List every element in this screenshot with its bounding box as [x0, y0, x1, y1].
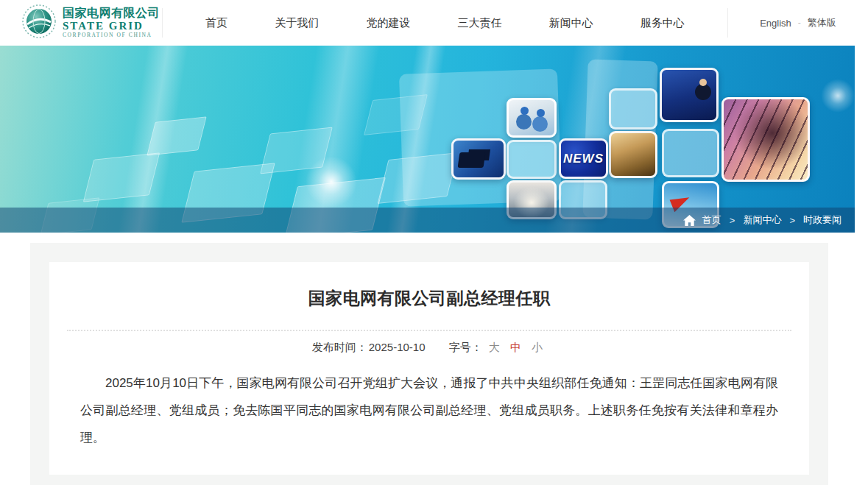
font-size-control: 字号： 大 中 小: [449, 341, 547, 353]
article-body: 2025年10月10日下午，国家电网有限公司召开党组扩大会议，通报了中共中央组织…: [80, 369, 778, 451]
font-size-large-button[interactable]: 大: [489, 341, 500, 353]
nav-item-home[interactable]: 首页: [205, 16, 227, 30]
breadcrumb-current-page[interactable]: 时政要闻: [803, 213, 841, 227]
banner-cube: [83, 152, 160, 202]
article-meta: 发布时间：2025-10-10 字号： 大 中 小: [49, 341, 809, 355]
top-navigation: 国家电网有限公司 STATE GRID CORPORATION OF CHINA…: [0, 0, 868, 46]
logo-company-name-en: STATE GRID: [63, 20, 160, 32]
lang-separator: -: [798, 18, 801, 28]
state-grid-logo[interactable]: 国家电网有限公司 STATE GRID CORPORATION OF CHINA: [0, 4, 162, 41]
language-switcher: English - 繁体版: [728, 16, 868, 29]
font-size-medium-button[interactable]: 中: [510, 341, 521, 353]
banner-photo-news-graphic: NEWS: [559, 138, 608, 179]
lens-flare: [821, 79, 855, 113]
breadcrumb: 首页 > 新闻中心 > 时政要闻: [0, 208, 855, 233]
publish-time: 发布时间：2025-10-10: [312, 341, 428, 353]
breadcrumb-separator: >: [789, 215, 795, 226]
nav-item-three-responsibilities[interactable]: 三大责任: [458, 16, 502, 30]
news-tile-label: NEWS: [563, 152, 604, 166]
font-size-small-button[interactable]: 小: [532, 341, 543, 353]
article-card: 国家电网有限公司副总经理任职 发布时间：2025-10-10 字号： 大 中 小…: [49, 262, 809, 475]
dotted-divider: [67, 330, 791, 331]
publish-time-label: 发布时间：: [312, 341, 367, 353]
breadcrumb-separator: >: [730, 215, 735, 226]
main-menu: 首页 关于我们 党的建设 三大责任 新闻中心 服务中心: [163, 16, 727, 30]
banner-photo-power-lines: [721, 97, 810, 182]
home-icon: [683, 215, 696, 226]
nav-item-party-building[interactable]: 党的建设: [366, 16, 410, 30]
content-section: 国家电网有限公司副总经理任职 发布时间：2025-10-10 字号： 大 中 小…: [30, 243, 828, 485]
logo-company-subtitle: CORPORATION OF CHINA: [63, 32, 160, 38]
globe-logo-icon: [22, 4, 56, 41]
font-size-label: 字号：: [449, 341, 482, 353]
lang-traditional-link[interactable]: 繁体版: [808, 16, 836, 29]
nav-item-service-center[interactable]: 服务中心: [641, 16, 685, 30]
nav-item-news-center[interactable]: 新闻中心: [549, 16, 593, 30]
banner-photo-workers: [507, 98, 557, 138]
publish-date: 2025-10-10: [369, 341, 426, 353]
banner-photo-tv-anchor: [660, 68, 719, 122]
breadcrumb-news-center[interactable]: 新闻中心: [743, 213, 781, 227]
hero-banner: NEWS 首页 > 新闻中心 > 时政要闻: [0, 46, 855, 233]
banner-tile-blank: [507, 140, 557, 179]
article-title: 国家电网有限公司副总经理任职: [49, 287, 809, 310]
banner-tile-blank: [662, 129, 719, 177]
logo-company-name-cn: 国家电网有限公司: [63, 7, 160, 20]
banner-photo-meeting: [609, 131, 657, 178]
logo-wordmark: 国家电网有限公司 STATE GRID CORPORATION OF CHINA: [63, 7, 160, 38]
breadcrumb-home[interactable]: 首页: [702, 213, 721, 227]
lens-flare: [306, 156, 357, 208]
banner-cube: [147, 116, 206, 155]
banner-tile-blank: [609, 88, 657, 130]
nav-item-about[interactable]: 关于我们: [275, 16, 319, 30]
banner-photo-camera: [451, 138, 506, 180]
lang-english-link[interactable]: English: [760, 18, 791, 29]
